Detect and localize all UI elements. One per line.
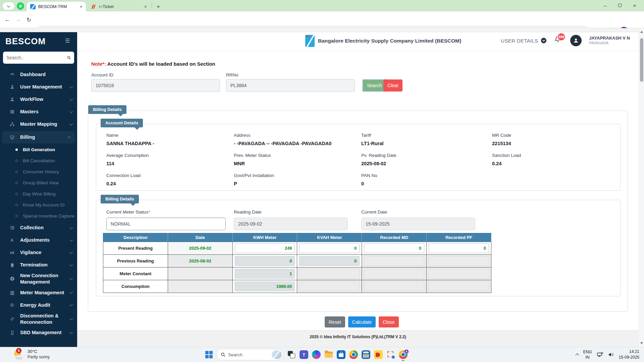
sidebar-subitem-special-incentive-capture[interactable]: Special Incentive Capture	[0, 210, 77, 222]
plus-circle-icon	[9, 276, 15, 281]
close-tab-icon[interactable]: ×	[80, 4, 83, 9]
whatsapp-pinned-tab[interactable]	[17, 2, 24, 10]
taskbar-search[interactable]: Search	[216, 349, 283, 360]
chevron-down-icon	[70, 330, 73, 334]
rrno-input[interactable]	[226, 79, 355, 92]
close-button[interactable]: Close	[379, 316, 399, 327]
current-date-input[interactable]	[361, 218, 475, 230]
sidebar-subitem-day-wise-billing[interactable]: Day Wise Billing	[0, 188, 77, 199]
sidebar-item-termination[interactable]: Termination	[0, 259, 77, 271]
sidebar-item-dashboard[interactable]: Dashboard	[0, 68, 77, 81]
current-meter-status-select[interactable]	[106, 218, 226, 230]
sidebar-search[interactable]	[3, 52, 74, 64]
sidebar-item-masters[interactable]: Masters	[0, 106, 77, 118]
calculate-button[interactable]: Calculate	[348, 316, 376, 327]
present-md-input[interactable]: 0	[364, 243, 424, 253]
sidebar-subitem-group-billed-view[interactable]: Group Billed View	[0, 177, 77, 188]
billing-details-panel: Account Details Name SANNA THADAPPA - Ad…	[88, 111, 628, 312]
sidebar-subitem-bill-generation[interactable]: Bill Generation	[0, 144, 77, 155]
sidebar-subitem-bill-cancellation[interactable]: Bill Cancellation	[0, 155, 77, 166]
company-brand: Bangalore Electricity Supply Company Lim…	[305, 35, 461, 47]
scroll-down-arrow[interactable]	[640, 342, 643, 344]
sidebar-item-meter-management[interactable]: Meter Management	[0, 287, 77, 299]
bullet-icon	[15, 193, 18, 195]
language-switcher[interactable]: ENG IN	[583, 349, 592, 360]
sidebar-item-user-management[interactable]: User Management	[0, 81, 77, 93]
field-address: Address - -PAVAGADA -- -PAVAGADA -PAVAGA…	[234, 133, 361, 146]
sidebar-item-energy-audit[interactable]: ⚙ Energy Audit	[0, 299, 77, 311]
user-location: PAVAGADA	[589, 41, 630, 46]
field-sanction-load: Sanction Load 0.24	[492, 153, 620, 166]
sidebar-item-sbd-management[interactable]: SBD Management	[0, 326, 77, 339]
sidebar-search-input[interactable]	[6, 55, 67, 60]
close-tab-icon[interactable]: ×	[144, 4, 147, 9]
chrome-active-icon[interactable]: A	[399, 350, 408, 359]
copilot-icon[interactable]	[312, 350, 321, 359]
scrollbar-thumb[interactable]	[640, 38, 643, 82]
window-maximize-button[interactable]	[612, 0, 627, 11]
account-id-input[interactable]	[91, 79, 220, 92]
sidebar-item-workflow[interactable]: WorkFlow	[0, 93, 77, 106]
snipping-tool-icon[interactable]	[386, 350, 395, 359]
reading-date-input[interactable]	[234, 218, 348, 230]
sidebar-item-billing[interactable]: Billing	[2, 131, 75, 143]
required-asterisk: *	[148, 209, 150, 215]
new-tab-button[interactable]: +	[154, 3, 162, 11]
sidebar-item-new-connection-management[interactable]: New Connection Management	[0, 271, 77, 287]
tab-bescom-trm[interactable]: BESCOM-TRM ×	[27, 2, 86, 11]
field-prev-meter-status: Prev. Meter Status MNR	[234, 153, 361, 166]
browser-toolbar: ← → ↻ bescom.trm.ieasybill.com/BillGener…	[0, 11, 644, 28]
start-button[interactable]	[205, 351, 213, 358]
window-minimize-button[interactable]: –	[598, 0, 612, 11]
clock-date: 15-09-2025	[619, 355, 639, 360]
reload-button[interactable]: ↻	[25, 16, 33, 24]
sidebar-item-collection[interactable]: Collection	[0, 222, 77, 234]
present-pf-input[interactable]: 0	[429, 243, 489, 253]
tray-overflow-chevron-icon[interactable]	[575, 353, 579, 357]
chevron-down-icon	[70, 263, 73, 266]
teams-icon[interactable]: T	[300, 350, 308, 359]
active-app-indicator	[402, 360, 405, 361]
sidebar-subitem-know-my-account-id[interactable]: Know My Account ID	[0, 199, 77, 210]
sidebar-item-disconnection-reconnection[interactable]: Disconnection & Reconnection	[0, 311, 77, 327]
taskbar-weather-widget[interactable]: 6 30°C Partly sunny	[13, 349, 50, 360]
scroll-up-arrow[interactable]	[640, 31, 643, 33]
present-kwh-input[interactable]: 249	[235, 243, 295, 253]
sidebar-item-adjustments[interactable]: A Adjustments	[0, 234, 77, 246]
sidebar-item-master-mapping[interactable]: Master Mapping	[0, 118, 77, 130]
sidebar-item-vigilance[interactable]: vk Vigilance	[0, 246, 77, 259]
reset-button[interactable]: Reset	[325, 316, 345, 327]
forward-button[interactable]: →	[14, 16, 22, 24]
task-view-button[interactable]	[287, 350, 296, 359]
current-date-field: Current Date	[361, 209, 475, 230]
back-button[interactable]: ←	[3, 16, 11, 24]
user-details-dropdown[interactable]: USER DETAILS	[501, 38, 547, 44]
user-avatar[interactable]	[570, 35, 582, 46]
user-name: JAYAPRAKASH V N	[589, 36, 630, 41]
field-govt-pvt-installation: Govt/Pvt Installation P	[234, 173, 361, 186]
notifications-button[interactable]: 898	[554, 36, 563, 46]
vertical-scrollbar[interactable]	[639, 28, 644, 347]
tab-iticket[interactable]: i~Ticket ×	[88, 2, 150, 11]
network-icon[interactable]	[597, 352, 603, 358]
meter-reading-table: Description Date KWH Meter KVAH Meter Re…	[103, 233, 491, 293]
clock-time: 14:21	[619, 349, 639, 355]
window-close-button[interactable]: ×	[627, 0, 642, 11]
hamburger-menu-icon[interactable]: ☰	[65, 38, 72, 44]
search-icon[interactable]	[67, 55, 71, 60]
calculator-icon[interactable]	[362, 350, 370, 359]
present-kvah-input[interactable]: 0	[299, 243, 360, 253]
tab-search-button[interactable]	[3, 2, 14, 10]
speaker-icon[interactable]	[608, 352, 614, 357]
sidebar-subitem-consumer-history[interactable]: Consumer History	[0, 166, 77, 177]
chrome-icon[interactable]	[349, 350, 358, 359]
file-explorer-icon[interactable]	[324, 350, 333, 359]
kannada-app-icon[interactable]	[374, 350, 383, 359]
bullet-icon	[15, 171, 18, 173]
previous-kwh-value: 0	[235, 256, 295, 266]
search-button[interactable]: Search	[362, 79, 386, 92]
taskbar-clock[interactable]: 14:21 15-09-2025	[619, 349, 639, 360]
sidebar: BESCOM ☰ Dashboard User Management	[0, 32, 77, 347]
microsoft-store-icon[interactable]	[337, 350, 345, 359]
clear-button[interactable]: Clear	[383, 79, 402, 92]
